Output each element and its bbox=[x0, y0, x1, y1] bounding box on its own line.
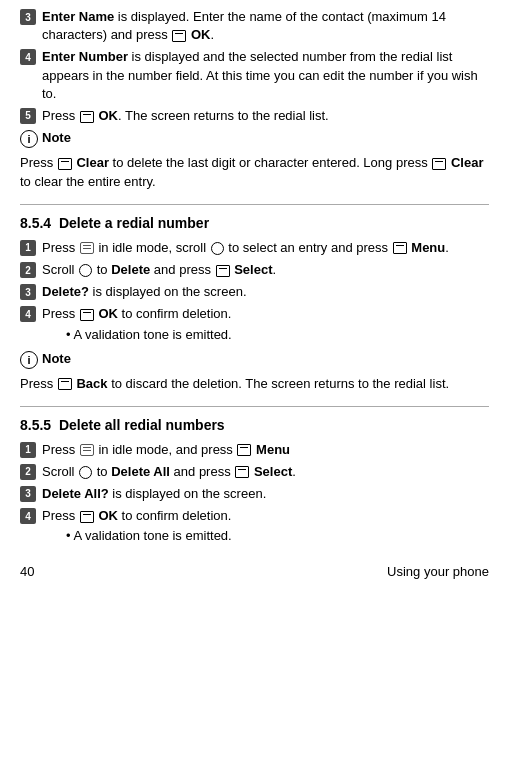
step-num-4: 4 bbox=[20, 49, 36, 65]
section-845-title: 8.5.4 Delete a redial number bbox=[20, 215, 489, 231]
step-845-2-text: Scroll to Delete and press Select. bbox=[42, 261, 489, 279]
select-softkey-icon-2 bbox=[235, 466, 249, 478]
ok-softkey-icon-3 bbox=[80, 309, 94, 321]
step-845-num-2: 2 bbox=[20, 262, 36, 278]
step-855-2: 2 Scroll to Delete All and press Select. bbox=[20, 463, 489, 481]
step-845-num-4: 4 bbox=[20, 306, 36, 322]
footer-text: Using your phone bbox=[387, 564, 489, 579]
step-855-4-bullet: A validation tone is emitted. bbox=[66, 527, 489, 545]
nav-icon-2 bbox=[79, 264, 92, 277]
divider-2 bbox=[20, 406, 489, 407]
section-855-title: 8.5.5 Delete all redial numbers bbox=[20, 417, 489, 433]
note-1-para: Press Clear to delete the last digit or … bbox=[20, 154, 489, 192]
step-845-4-bullet: A validation tone is emitted. bbox=[66, 326, 489, 344]
note-icon-2: i bbox=[20, 351, 38, 369]
step-855-1: 1 Press in idle mode, and press Menu bbox=[20, 441, 489, 459]
step-845-1: 1 Press in idle mode, scroll to select a… bbox=[20, 239, 489, 257]
step-845-2: 2 Scroll to Delete and press Select. bbox=[20, 261, 489, 279]
menu-softkey-icon-1 bbox=[393, 242, 407, 254]
note-1: i Note bbox=[20, 129, 489, 148]
step-845-3: 3 Delete? is displayed on the screen. bbox=[20, 283, 489, 301]
step-845-4-text: Press OK to confirm deletion. A validati… bbox=[42, 305, 489, 345]
step-845-num-3: 3 bbox=[20, 284, 36, 300]
ok-softkey-icon-4 bbox=[80, 511, 94, 523]
ok-softkey-icon-2 bbox=[80, 111, 94, 123]
step-855-num-1: 1 bbox=[20, 442, 36, 458]
step-855-3-text: Delete All? is displayed on the screen. bbox=[42, 485, 489, 503]
step-845-4: 4 Press OK to confirm deletion. A valida… bbox=[20, 305, 489, 345]
note-2-para: Press Back to discard the deletion. The … bbox=[20, 375, 489, 394]
step-855-4-text: Press OK to confirm deletion. A validati… bbox=[42, 507, 489, 547]
step-855-3: 3 Delete All? is displayed on the screen… bbox=[20, 485, 489, 503]
step-num-5: 5 bbox=[20, 108, 36, 124]
step-855-num-4: 4 bbox=[20, 508, 36, 524]
step-855-1-text: Press in idle mode, and press Menu bbox=[42, 441, 489, 459]
page-number: 40 bbox=[20, 564, 34, 579]
step-845-num-1: 1 bbox=[20, 240, 36, 256]
note-label-1: Note bbox=[42, 130, 71, 145]
note-2: i Note bbox=[20, 350, 489, 369]
select-softkey-icon-1 bbox=[216, 265, 230, 277]
menu-softkey-icon-2 bbox=[237, 444, 251, 456]
step-3: 3 Enter Name is displayed. Enter the nam… bbox=[20, 8, 489, 44]
step-4-text: Enter Number is displayed and the select… bbox=[42, 48, 489, 103]
page-footer: 40 Using your phone bbox=[20, 564, 489, 579]
step-5: 5 Press OK. The screen returns to the re… bbox=[20, 107, 489, 125]
clear-icon-2 bbox=[432, 158, 446, 170]
step-855-num-3: 3 bbox=[20, 486, 36, 502]
nav-icon-3 bbox=[79, 466, 92, 479]
nav-icon-1 bbox=[211, 242, 224, 255]
step-3-text: Enter Name is displayed. Enter the name … bbox=[42, 8, 489, 44]
section-855-num: 8.5.5 bbox=[20, 417, 51, 433]
step-855-num-2: 2 bbox=[20, 464, 36, 480]
step-855-4: 4 Press OK to confirm deletion. A valida… bbox=[20, 507, 489, 547]
note-2-text: Note bbox=[42, 350, 489, 368]
step-5-text: Press OK. The screen returns to the redi… bbox=[42, 107, 489, 125]
step-845-1-text: Press in idle mode, scroll to select an … bbox=[42, 239, 489, 257]
note-label-2: Note bbox=[42, 351, 71, 366]
step-855-2-text: Scroll to Delete All and press Select. bbox=[42, 463, 489, 481]
step-4: 4 Enter Number is displayed and the sele… bbox=[20, 48, 489, 103]
back-icon-1 bbox=[58, 378, 72, 390]
menu-icon-1 bbox=[80, 242, 94, 254]
ok-softkey-icon bbox=[172, 30, 186, 42]
menu-icon-2 bbox=[80, 444, 94, 456]
divider-1 bbox=[20, 204, 489, 205]
note-icon-1: i bbox=[20, 130, 38, 148]
clear-icon-1 bbox=[58, 158, 72, 170]
step-num-3: 3 bbox=[20, 9, 36, 25]
section-845-num: 8.5.4 bbox=[20, 215, 51, 231]
note-1-text: Note bbox=[42, 129, 489, 147]
step-845-3-text: Delete? is displayed on the screen. bbox=[42, 283, 489, 301]
